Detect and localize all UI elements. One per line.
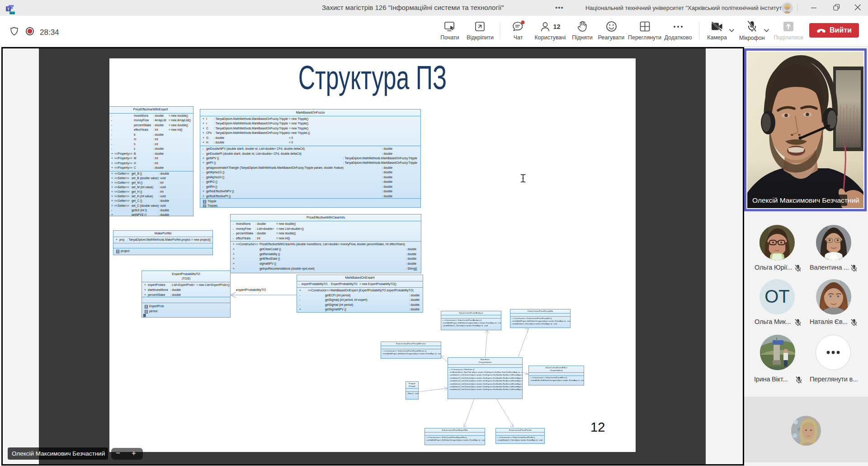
svg-text:T: T	[7, 7, 10, 11]
svg-text:NEW: NEW	[9, 12, 15, 14]
